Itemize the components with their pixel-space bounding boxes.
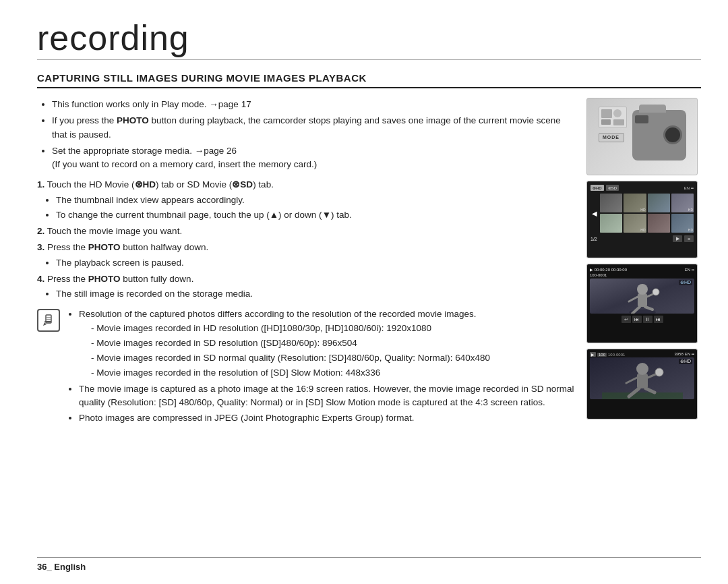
note-icon [37, 309, 60, 332]
note-list: Resolution of the captured photos differ… [67, 308, 574, 425]
sub-bullets: The still image is recorded on the stora… [37, 287, 574, 301]
screenshot-camera-mode: MODE [586, 98, 698, 175]
hd-tab: ⊛HD [590, 185, 604, 191]
list-item: If you press the PHOTO button during pla… [52, 114, 574, 142]
list-item: Movie images recorded in the resolution … [91, 366, 574, 380]
section-heading: CAPTURING STILL IMAGES DURING MOVIE IMAG… [37, 72, 701, 88]
footer-page-number: 36_ English [37, 562, 86, 572]
note-icon-inner [37, 309, 60, 332]
sub-bullets: The thumbnail index view appears accordi… [37, 194, 574, 223]
note-content: Resolution of the captured photos differ… [67, 308, 574, 427]
svg-point-20 [655, 368, 663, 376]
thumb-item: HD [671, 194, 694, 212]
svg-point-15 [636, 363, 648, 375]
list-item: Set the appropriate storage media. →page… [52, 144, 574, 172]
intro-bullets-list: This function works only in Play mode. →… [37, 98, 574, 171]
capture-player-silhouette [602, 359, 683, 399]
step-num: 2. [37, 226, 44, 236]
list-item: Photo images are compressed in JPEG (Joi… [79, 411, 574, 425]
list-item: Movie images recorded in HD resolution (… [91, 322, 574, 335]
svg-rect-13 [602, 392, 683, 399]
capture-header: ▶ 100 100-0001 3958 EN ▪▪ [590, 352, 694, 357]
step-3: 3. Press the PHOTO button halfway down. … [37, 241, 574, 270]
svg-line-9 [645, 307, 653, 310]
svg-line-10 [629, 297, 638, 301]
svg-line-17 [646, 388, 655, 392]
note-box: Resolution of the captured photos differ… [37, 308, 574, 427]
list-item: The still image is recorded on the stora… [56, 287, 574, 301]
thumb-item [648, 194, 670, 212]
thumb-item [600, 194, 622, 212]
content-area: This function works only in Play mode. →… [37, 98, 701, 431]
step-num: 4. [37, 274, 44, 284]
playback-controls: ↩ ⏮ ⏸ ⏭ [590, 316, 694, 323]
list-item: The thumbnail index view appears accordi… [56, 194, 574, 207]
sub-bullets: The playback screen is paused. [37, 256, 574, 270]
svg-rect-14 [637, 374, 648, 388]
screenshot-capture: ▶ 100 100-0001 3958 EN ▪▪ [586, 349, 698, 419]
thumb-bottom: 1/2 ▶ ≡ [590, 235, 694, 242]
screenshot-thumbnail-grid: ⊛HD ⊛SD EN ▪▪ ◀ HD HD HD HD [586, 181, 698, 258]
step-num: 3. [37, 242, 44, 252]
title-divider [37, 59, 701, 60]
page-title: recording [37, 20, 701, 55]
thumb-item [648, 214, 670, 233]
svg-point-12 [653, 289, 659, 295]
svg-line-18 [626, 378, 637, 383]
step-1: 1. Touch the HD Movie (⊛HD) tab or SD Mo… [37, 178, 574, 222]
pencil-icon [42, 314, 55, 326]
screenshot-playback: ▶ 00:00:20 00:30:00 EN ▪▪ 100-0001 [586, 264, 698, 343]
thumb-header: ⊛HD ⊛SD EN ▪▪ [590, 185, 694, 191]
svg-rect-6 [638, 293, 647, 307]
left-column: This function works only in Play mode. →… [37, 98, 574, 431]
list-item: The movie image is captured as a photo i… [79, 382, 574, 410]
thumb-item: HD [671, 214, 694, 233]
steps-list: 1. Touch the HD Movie (⊛HD) tab or SD Mo… [37, 178, 574, 301]
page-container: recording CAPTURING STILL IMAGES DURING … [0, 0, 728, 584]
thumb-item [600, 214, 622, 233]
thumbnail-grid: HD HD HD HD [600, 194, 694, 233]
list-item: Resolution of the captured photos differ… [79, 308, 574, 380]
step-num: 1. [37, 179, 44, 189]
right-column: MODE ⊛HD ⊛SD EN ▪▪ [586, 98, 701, 431]
thumb-item: HD [624, 194, 646, 212]
step-2: 2. Touch the movie image you want. [37, 225, 574, 238]
list-item: To change the current thumbnail page, to… [56, 208, 574, 222]
step-4: 4. Press the PHOTO button fully down. Th… [37, 272, 574, 301]
list-item: This function works only in Play mode. →… [52, 98, 574, 111]
page-footer: 36_ English [37, 557, 701, 572]
player-silhouette [615, 280, 669, 314]
list-item: The playback screen is paused. [56, 256, 574, 270]
list-item: Movie images recorded in SD resolution (… [91, 337, 574, 350]
svg-point-7 [637, 284, 648, 295]
sd-tab: ⊛SD [606, 185, 619, 191]
playback-top: ▶ 00:00:20 00:30:00 EN ▪▪ [590, 267, 694, 272]
thumb-item: HD [624, 214, 646, 233]
list-item: Movie images recorded in SD normal quali… [91, 351, 574, 365]
sub-list: Movie images recorded in HD resolution (… [79, 322, 574, 380]
